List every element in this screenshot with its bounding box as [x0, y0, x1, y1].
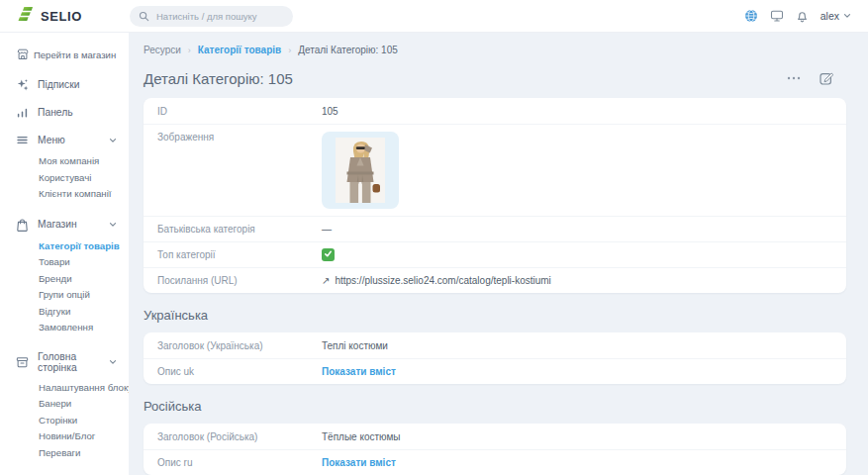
sidebar-item-Головна сторінка[interactable]: Головна сторінка — [0, 344, 129, 380]
sidebar-item-label: Панель — [38, 107, 73, 118]
field-label: Заголовок (Російська) — [157, 431, 322, 442]
sidebar-nav: ПідпискиПанельМенюМоя компаніяКористувач… — [0, 71, 129, 475]
detail-row: Заголовок (Російська)Тёплые костюмы — [144, 424, 846, 449]
url-text: https://plussize.selio24.com/catalog/tep… — [335, 275, 550, 286]
go-to-store-link[interactable]: Перейти в магазин — [0, 42, 129, 71]
sidebar-subitem-Сторінки[interactable]: Сторінки — [0, 413, 129, 429]
field-label: Батьківська категорія — [157, 224, 322, 235]
section-card: Заголовок (Українська)Теплі костюмиОпис … — [144, 332, 846, 384]
category-url-link[interactable]: ↗https://plussize.selio24.com/catalog/te… — [322, 275, 551, 286]
sidebar: Перейти в магазин ПідпискиПанельМенюМоя … — [0, 33, 129, 475]
show-content-link[interactable]: Показати вміст — [322, 366, 396, 377]
field-value: Тёплые костюмы — [322, 431, 401, 442]
sidebar-item-label: Меню — [38, 135, 65, 145]
sidebar-item-label: Головна сторінка — [38, 351, 100, 373]
sidebar-item-Магазин[interactable]: Магазин — [0, 211, 129, 238]
details-card: ID105ЗображенняБатьківська категорія—Топ… — [144, 98, 846, 293]
storefront-icon — [17, 48, 29, 60]
field-label: Заголовок (Українська) — [157, 340, 322, 351]
field-label: ID — [157, 106, 322, 117]
field-value: Теплі костюми — [322, 340, 388, 351]
sidebar-subitem-Товари[interactable]: Товари — [0, 254, 129, 271]
detail-row: Посилання (URL)↗https://plussize.selio24… — [144, 267, 846, 293]
breadcrumb-item[interactable]: Ресурси — [144, 45, 181, 55]
topbar: SELIO alex — [0, 0, 868, 33]
chevron-down-icon — [843, 12, 851, 20]
brand-logo[interactable]: SELIO — [0, 6, 117, 26]
sidebar-item-Меню[interactable]: Меню — [0, 127, 129, 153]
breadcrumb-separator: › — [288, 46, 291, 55]
detail-row: Батьківська категорія— — [144, 216, 846, 241]
external-link-icon: ↗ — [322, 275, 330, 286]
check-icon — [324, 249, 333, 260]
detail-row: Опис ruПоказати вміст — [144, 449, 846, 475]
sidebar-item-label: Підписки — [38, 79, 79, 90]
category-image-thumbnail[interactable] — [322, 132, 399, 209]
section-title: Українська — [144, 308, 846, 323]
bell-icon[interactable] — [796, 9, 809, 23]
field-label: Опис ru — [157, 457, 322, 468]
section-card: Заголовок (Російська)Тёплые костюмыОпис … — [144, 424, 846, 475]
sidebar-item-Налаштування[interactable]: Налаштування — [0, 469, 129, 475]
sidebar-subitem-Користувачі[interactable]: Користувачі — [0, 170, 129, 187]
sidebar-subitem-Відгуки[interactable]: Відгуки — [0, 304, 129, 321]
chevron-down-icon — [109, 137, 117, 144]
field-label: Топ категорії — [157, 249, 322, 260]
sidebar-subitem-Клієнти компанії[interactable]: Клієнти компанії — [0, 186, 129, 203]
breadcrumb: Ресурси›Категорії товарів›Деталі Категор… — [144, 45, 846, 55]
sidebar-subitem-Переваги[interactable]: Переваги — [0, 445, 129, 462]
brand-name: SELIO — [41, 9, 82, 24]
detail-row: Опис ukПоказати вміст — [144, 358, 846, 384]
sidebar-item-Панель[interactable]: Панель — [0, 99, 129, 126]
chevron-down-icon — [109, 358, 117, 366]
home-page-icon — [16, 355, 29, 369]
breadcrumb-separator: › — [188, 46, 191, 55]
monitor-icon[interactable] — [770, 9, 784, 23]
sidebar-item-Підписки[interactable]: Підписки — [0, 71, 129, 98]
sidebar-subitem-Бренди[interactable]: Бренди — [0, 271, 129, 288]
sparkles-icon — [16, 78, 29, 91]
category-photo — [336, 138, 385, 203]
top-category-checkbox[interactable] — [322, 248, 335, 261]
edit-button[interactable] — [819, 70, 834, 86]
go-to-store-label: Перейти в магазин — [34, 49, 116, 60]
sidebar-subitem-Моя компанія[interactable]: Моя компанія — [0, 153, 129, 170]
search-input[interactable] — [154, 10, 284, 23]
menu-icon — [16, 134, 29, 146]
global-search[interactable] — [130, 6, 293, 27]
more-options-button[interactable] — [786, 75, 802, 81]
sidebar-subitem-Банери[interactable]: Банери — [0, 396, 129, 413]
sidebar-subitem-Замовлення[interactable]: Замовлення — [0, 320, 129, 336]
main-content: Ресурси›Категорії товарів›Деталі Категор… — [129, 33, 868, 475]
user-name: alex — [820, 10, 839, 22]
chevron-down-icon — [109, 221, 117, 229]
language-sections: УкраїнськаЗаголовок (Українська)Теплі ко… — [144, 308, 846, 475]
shopping-bag-icon — [16, 218, 29, 232]
section-title: Російська — [144, 399, 846, 414]
sidebar-item-label: Магазин — [38, 219, 77, 230]
field-label: Опис uk — [157, 366, 322, 377]
field-value: — — [322, 224, 332, 235]
sidebar-subitem-Категорії товарів[interactable]: Категорії товарів — [0, 238, 129, 255]
field-label: Посилання (URL) — [157, 275, 322, 286]
breadcrumb-item: Деталі Категорію: 105 — [298, 45, 398, 55]
field-label: Зображення — [157, 132, 322, 142]
breadcrumb-item[interactable]: Категорії товарів — [198, 45, 281, 55]
detail-row: Зображення — [144, 124, 846, 216]
detail-row: Топ категорії — [144, 241, 846, 267]
detail-row: ID105 — [144, 98, 846, 124]
sidebar-subitem-Групи опцій[interactable]: Групи опцій — [0, 287, 129, 304]
search-icon — [139, 11, 149, 22]
globe-icon[interactable] — [744, 9, 758, 23]
show-content-link[interactable]: Показати вміст — [322, 457, 396, 468]
field-value: 105 — [322, 106, 338, 117]
detail-row: Заголовок (Українська)Теплі костюми — [144, 332, 846, 358]
bar-chart-icon — [16, 106, 29, 119]
app-window: SELIO alex Перейти в магазин ПідпискиПан… — [0, 0, 868, 475]
page-actions — [786, 70, 846, 86]
user-menu[interactable]: alex — [820, 10, 851, 22]
selio-logo-icon — [18, 6, 35, 26]
sidebar-subitem-Новини/Блог[interactable]: Новини/Блог — [0, 428, 129, 445]
page-header: Деталі Категорію: 105 — [144, 68, 846, 88]
sidebar-subitem-Налаштування блоку[interactable]: Налаштування блоку — [0, 380, 129, 397]
